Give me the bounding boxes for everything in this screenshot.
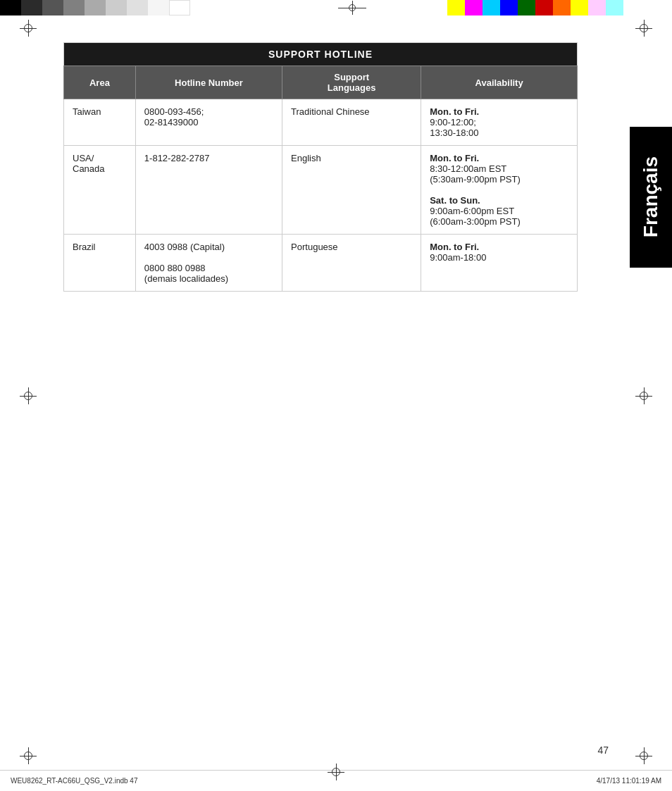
- swatch-gap2: [373, 0, 447, 15]
- swatch-lightgray1: [85, 0, 106, 15]
- table-row-usa: USA/Canada 1-812-282-2787 English Mon. t…: [64, 146, 578, 235]
- brazil-hotline: 4003 0988 (Capital)0800 880 0988(demais …: [135, 235, 282, 292]
- brazil-languages: Portuguese: [282, 235, 421, 292]
- brazil-avail-hours: 9:00am-18:00: [430, 252, 486, 263]
- swatch-lightcyan: [606, 0, 623, 15]
- header-area: Area: [64, 66, 136, 99]
- header-availability: Availability: [421, 66, 578, 99]
- swatch-darkgray1: [21, 0, 42, 15]
- table-title: SUPPORT HOTLINE: [64, 43, 578, 66]
- swatch-red: [535, 0, 553, 15]
- table-row-taiwan: Taiwan 0800-093-456;02-81439000 Traditio…: [64, 99, 578, 146]
- taiwan-avail-hours: 9:00-12:00;13:30-18:00: [430, 117, 478, 138]
- swatch-midgray: [63, 0, 85, 15]
- swatch-yellow2: [571, 0, 588, 15]
- swatch-gap: [190, 0, 331, 15]
- footer-left: WEU8262_RT-AC66U_QSG_V2.indb 47: [11, 777, 137, 785]
- swatch-darkgray2: [42, 0, 63, 15]
- swatch-cyan: [483, 0, 500, 15]
- table-row-brazil: Brazil 4003 0988 (Capital)0800 880 0988(…: [64, 235, 578, 292]
- reg-mark-bottom-left: [20, 747, 37, 764]
- crosshair-top-center: [331, 0, 373, 15]
- reg-mark-mid-right: [635, 387, 652, 404]
- swatch-magenta: [465, 0, 483, 15]
- swatch-yellow: [447, 0, 465, 15]
- brazil-area: Brazil: [64, 235, 136, 292]
- swatch-orange: [553, 0, 571, 15]
- reg-mark-bottom-right: [635, 747, 652, 764]
- language-label: Français: [640, 156, 662, 237]
- taiwan-availability: Mon. to Fri. 9:00-12:00;13:30-18:00: [421, 99, 578, 146]
- brazil-avail-bold: Mon. to Fri.: [430, 242, 479, 252]
- swatch-green: [518, 0, 535, 15]
- taiwan-area: Taiwan: [64, 99, 136, 146]
- swatch-white: [169, 0, 190, 15]
- brazil-availability: Mon. to Fri. 9:00am-18:00: [421, 235, 578, 292]
- swatch-verylightgray: [127, 0, 148, 15]
- main-content: SUPPORT HOTLINE Area Hotline Number Supp…: [63, 42, 578, 292]
- usa-avail-hours2: 9:00am-6:00pm EST(6:00am-3:00pm PST): [430, 206, 521, 227]
- usa-avail-hours1: 8:30-12:00am EST(5:30am-9:00pm PST): [430, 163, 521, 185]
- usa-availability: Mon. to Fri. 8:30-12:00am EST(5:30am-9:0…: [421, 146, 578, 235]
- page-number: 47: [597, 745, 609, 756]
- support-hotline-table: SUPPORT HOTLINE Area Hotline Number Supp…: [63, 42, 578, 292]
- reg-mark-top-left: [20, 20, 37, 37]
- color-bar-top: [0, 0, 672, 15]
- swatch-nearwhite: [148, 0, 169, 15]
- usa-area: USA/Canada: [64, 146, 136, 235]
- taiwan-languages: Traditional Chinese: [282, 99, 421, 146]
- header-languages: SupportLanguages: [282, 66, 421, 99]
- table-title-row: SUPPORT HOTLINE: [64, 43, 578, 66]
- swatch-black: [0, 0, 21, 15]
- table-header-row: Area Hotline Number SupportLanguages Ava…: [64, 66, 578, 99]
- language-tab: Français: [630, 127, 672, 268]
- swatch-lightpink: [588, 0, 606, 15]
- reg-mark-top-right: [635, 20, 652, 37]
- usa-avail-bold1: Mon. to Fri.: [430, 153, 479, 163]
- taiwan-avail-bold: Mon. to Fri.: [430, 106, 479, 117]
- taiwan-hotline: 0800-093-456;02-81439000: [135, 99, 282, 146]
- header-hotline: Hotline Number: [135, 66, 282, 99]
- footer-right: 4/17/13 11:01:19 AM: [597, 777, 661, 785]
- swatch-blue: [500, 0, 518, 15]
- usa-hotline: 1-812-282-2787: [135, 146, 282, 235]
- usa-languages: English: [282, 146, 421, 235]
- usa-avail-bold2: Sat. to Sun.: [430, 195, 480, 206]
- swatch-lightgray2: [106, 0, 127, 15]
- reg-mark-bottom-center: [328, 764, 344, 780]
- reg-mark-mid-left: [20, 387, 37, 404]
